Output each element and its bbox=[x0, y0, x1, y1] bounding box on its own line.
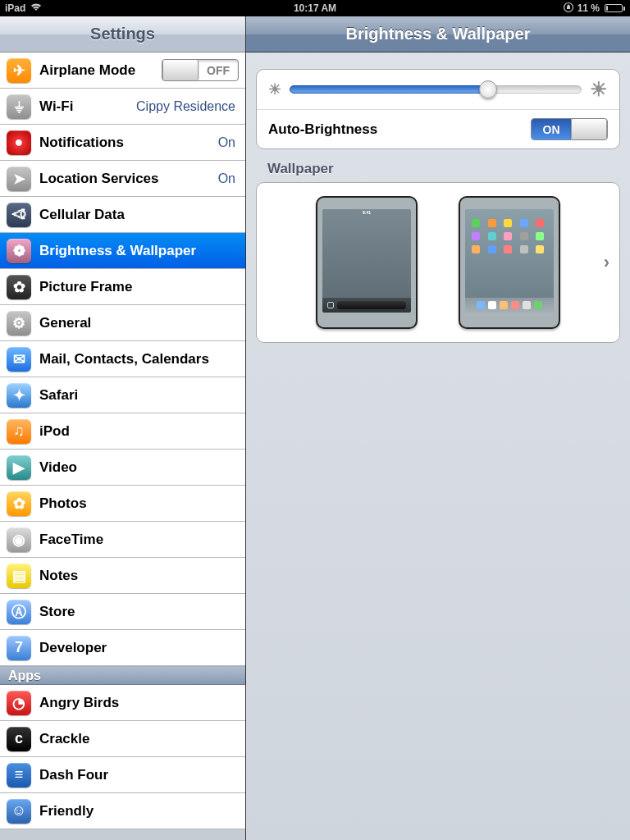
sidebar-item-cellular-data[interactable]: ⏿Cellular Data bbox=[0, 197, 245, 233]
notifications-icon: ● bbox=[7, 130, 31, 155]
wallpaper-section-label: Wallpaper bbox=[256, 161, 620, 182]
settings-list[interactable]: ✈Airplane ModeOFF⏚Wi-FiCippy Residence●N… bbox=[0, 52, 245, 840]
auto-brightness-toggle[interactable]: ON bbox=[531, 118, 608, 140]
ipod-icon: ♫ bbox=[7, 419, 31, 444]
sidebar-item-photos[interactable]: ✿Photos bbox=[0, 486, 245, 522]
sidebar-item-brightness-wallpaper[interactable]: ❁Brightness & Wallpaper bbox=[0, 233, 245, 269]
sidebar-item-value: Cippy Residence bbox=[136, 99, 239, 114]
sidebar-item-safari[interactable]: ✦Safari bbox=[0, 377, 245, 413]
detail-header: Brightness & Wallpaper bbox=[246, 16, 630, 52]
sidebar-header: Settings bbox=[0, 16, 245, 52]
sidebar-item-crackle[interactable]: cCrackle bbox=[0, 721, 245, 757]
toggle-off-label: OFF bbox=[199, 60, 238, 80]
crackle-icon: c bbox=[7, 727, 31, 751]
wallpaper-row[interactable]: 9:41 › bbox=[257, 183, 619, 342]
dash-four-icon: ≡ bbox=[7, 763, 31, 788]
sidebar-item-label: General bbox=[39, 315, 91, 331]
wi-fi-icon: ⏚ bbox=[7, 94, 31, 119]
detail-pane: Brightness & Wallpaper ☀ ☀ Auto-Brightne… bbox=[246, 16, 630, 840]
lockscreen-preview[interactable]: 9:41 bbox=[316, 196, 418, 329]
sidebar-item-label: Airplane Mode bbox=[39, 62, 135, 79]
sidebar-item-friendly[interactable]: ☺Friendly bbox=[0, 793, 245, 829]
sidebar-item-angry-birds[interactable]: ◔Angry Birds bbox=[0, 685, 245, 721]
store-icon: Ⓐ bbox=[7, 600, 31, 624]
airplane-mode-icon: ✈ bbox=[7, 58, 31, 83]
airplane-toggle[interactable]: OFF bbox=[162, 59, 239, 81]
sidebar-item-label: Wi-Fi bbox=[39, 98, 73, 115]
sidebar-item-label: Brightness & Wallpaper bbox=[39, 243, 196, 259]
wallpaper-group: 9:41 › bbox=[256, 182, 620, 343]
toggle-knob[interactable] bbox=[571, 119, 607, 139]
sidebar-item-label: Picture Frame bbox=[39, 279, 132, 295]
sidebar-item-label: Mail, Contacts, Calendars bbox=[39, 351, 209, 368]
auto-brightness-label: Auto-Brightness bbox=[268, 121, 377, 138]
device-label: iPad bbox=[5, 2, 25, 14]
location-services-icon: ➤ bbox=[7, 167, 31, 191]
sidebar-item-general[interactable]: ⚙General bbox=[0, 305, 245, 341]
sidebar-item-label: Cellular Data bbox=[39, 207, 125, 223]
status-bar: iPad 10:17 AM 11 % bbox=[0, 0, 630, 16]
sidebar-item-location-services[interactable]: ➤Location ServicesOn bbox=[0, 161, 245, 197]
sidebar-item-facetime[interactable]: ◉FaceTime bbox=[0, 522, 245, 558]
mail-contacts-calendars-icon: ✉ bbox=[7, 347, 31, 372]
picture-frame-icon: ✿ bbox=[7, 275, 31, 299]
sidebar-item-airplane-mode[interactable]: ✈Airplane ModeOFF bbox=[0, 52, 245, 89]
brightness-group: ☀ ☀ Auto-Brightness ON bbox=[256, 69, 620, 149]
brightness-wallpaper-icon: ❁ bbox=[7, 239, 31, 263]
sidebar-item-label: Safari bbox=[39, 387, 78, 404]
angry-birds-icon: ◔ bbox=[7, 691, 31, 715]
battery-icon bbox=[603, 4, 625, 12]
notes-icon: ▤ bbox=[7, 564, 31, 588]
sidebar-item-label: Photos bbox=[39, 495, 87, 512]
battery-pct: 11 % bbox=[578, 2, 600, 14]
sidebar-item-notes[interactable]: ▤Notes bbox=[0, 558, 245, 594]
sidebar-item-label: Angry Birds bbox=[39, 695, 119, 711]
wifi-icon bbox=[30, 2, 42, 14]
sidebar-item-label: Developer bbox=[39, 640, 107, 656]
sidebar-item-picture-frame[interactable]: ✿Picture Frame bbox=[0, 269, 245, 305]
sidebar-item-label: FaceTime bbox=[39, 532, 103, 548]
brightness-low-icon: ☀ bbox=[268, 80, 281, 98]
sidebar-item-notifications[interactable]: ●NotificationsOn bbox=[0, 125, 245, 161]
safari-icon: ✦ bbox=[7, 383, 31, 408]
orientation-lock-icon bbox=[563, 2, 574, 16]
photos-icon: ✿ bbox=[7, 491, 31, 516]
apps-section-header: Apps bbox=[0, 666, 245, 685]
auto-brightness-row: Auto-Brightness ON bbox=[257, 110, 619, 148]
sidebar-item-dash-four[interactable]: ≡Dash Four bbox=[0, 757, 245, 793]
status-time: 10:17 AM bbox=[294, 2, 336, 14]
brightness-slider-row: ☀ ☀ bbox=[257, 70, 619, 110]
sidebar-item-label: Crackle bbox=[39, 731, 89, 747]
sidebar-item-value: On bbox=[218, 171, 239, 186]
developer-icon: 7 bbox=[7, 636, 31, 660]
chevron-right-icon: › bbox=[604, 252, 609, 273]
sidebar-item-label: Video bbox=[39, 459, 77, 476]
sidebar-item-ipod[interactable]: ♫iPod bbox=[0, 413, 245, 450]
sidebar-item-developer[interactable]: 7Developer bbox=[0, 630, 245, 666]
cellular-data-icon: ⏿ bbox=[7, 203, 31, 227]
friendly-icon: ☺ bbox=[7, 799, 31, 824]
sidebar-item-label: Notes bbox=[39, 568, 78, 584]
sidebar-item-label: Notifications bbox=[39, 135, 124, 151]
general-icon: ⚙ bbox=[7, 311, 31, 336]
slider-thumb[interactable] bbox=[479, 80, 497, 98]
sidebar-item-wi-fi[interactable]: ⏚Wi-FiCippy Residence bbox=[0, 89, 245, 125]
sidebar-item-mail-contacts-calendars[interactable]: ✉Mail, Contacts, Calendars bbox=[0, 341, 245, 377]
sidebar-item-label: Dash Four bbox=[39, 767, 108, 783]
homescreen-preview[interactable] bbox=[459, 196, 560, 329]
sidebar-item-value: On bbox=[218, 135, 239, 150]
sidebar: Settings ✈Airplane ModeOFF⏚Wi-FiCippy Re… bbox=[0, 16, 246, 840]
facetime-icon: ◉ bbox=[7, 527, 31, 552]
sidebar-item-video[interactable]: ▶Video bbox=[0, 450, 245, 486]
brightness-high-icon: ☀ bbox=[590, 78, 608, 101]
sidebar-item-label: Store bbox=[39, 604, 75, 620]
lock-preview-time: 9:41 bbox=[322, 209, 411, 216]
toggle-knob[interactable] bbox=[162, 60, 199, 80]
toggle-on-label: ON bbox=[532, 119, 571, 139]
sidebar-item-label: Friendly bbox=[39, 803, 94, 819]
sidebar-item-label: Location Services bbox=[39, 171, 159, 187]
video-icon: ▶ bbox=[7, 455, 31, 480]
sidebar-item-store[interactable]: ⒶStore bbox=[0, 594, 245, 630]
brightness-slider[interactable] bbox=[290, 85, 582, 94]
sidebar-item-label: iPod bbox=[39, 423, 70, 440]
